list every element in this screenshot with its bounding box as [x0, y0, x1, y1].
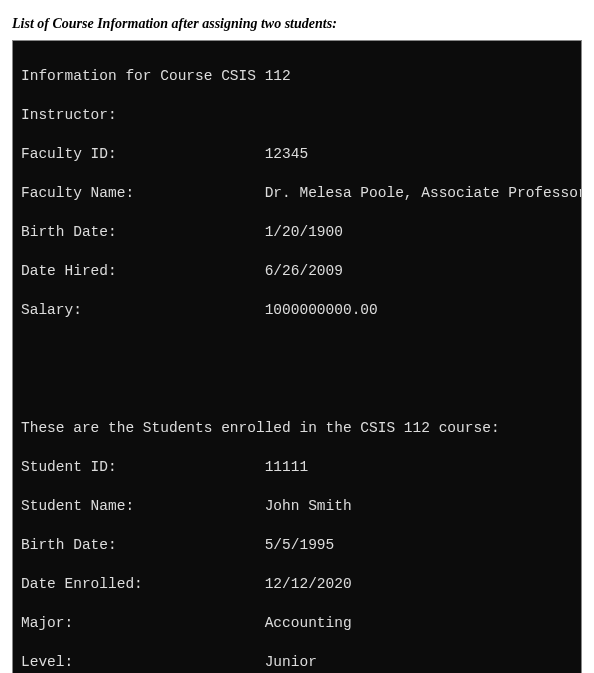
terminal-output-assigned: Information for Course CSIS 112 Instruct… — [12, 40, 582, 673]
salary-value: 1000000000.00 — [265, 302, 378, 318]
student-name-value: John Smith — [265, 498, 352, 514]
level-value: Junior — [265, 654, 317, 670]
faculty-id-label: Faculty ID: — [21, 145, 265, 165]
major-label: Major: — [21, 614, 265, 634]
date-hired-label: Date Hired: — [21, 262, 265, 282]
level-label: Level: — [21, 653, 265, 673]
faculty-birth-value: 1/20/1900 — [265, 224, 343, 240]
major-value: Accounting — [265, 615, 352, 631]
student-name-label: Student Name: — [21, 497, 265, 517]
instructor-header: Instructor: — [21, 106, 573, 126]
faculty-id-value: 12345 — [265, 146, 309, 162]
course-header: Information for Course CSIS 112 — [21, 67, 573, 87]
faculty-name-label: Faculty Name: — [21, 184, 265, 204]
birth-date-label: Birth Date: — [21, 536, 265, 556]
date-hired-value: 6/26/2009 — [265, 263, 343, 279]
date-enrolled-value: 12/12/2020 — [265, 576, 352, 592]
faculty-name-value: Dr. Melesa Poole, Associate Professor — [265, 185, 582, 201]
student-birth-value: 5/5/1995 — [265, 537, 335, 553]
caption-assigned: List of Course Information after assigni… — [12, 16, 582, 32]
student-id-label: Student ID: — [21, 458, 265, 478]
enrolled-header: These are the Students enrolled in the C… — [21, 419, 573, 439]
student-id-value: 11111 — [265, 459, 309, 475]
salary-label: Salary: — [21, 301, 265, 321]
birth-date-label: Birth Date: — [21, 223, 265, 243]
date-enrolled-label: Date Enrolled: — [21, 575, 265, 595]
